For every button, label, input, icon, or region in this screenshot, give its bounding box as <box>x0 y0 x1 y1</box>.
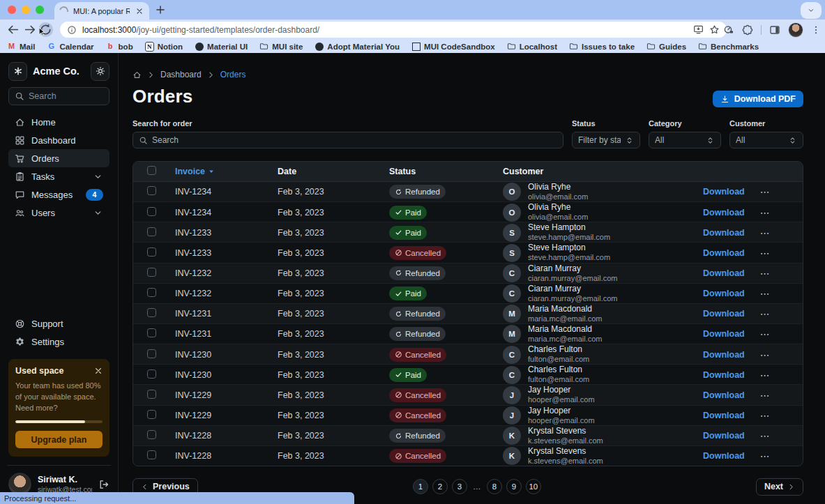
bookmark-item[interactable]: M Mail <box>7 42 35 51</box>
download-link[interactable]: Download <box>703 309 745 319</box>
install-app-icon[interactable] <box>693 24 704 35</box>
row-menu-button[interactable]: ⋯ <box>760 329 771 339</box>
row-checkbox[interactable] <box>147 288 156 297</box>
download-link[interactable]: Download <box>703 268 745 278</box>
page-button-3[interactable]: 3 <box>452 479 467 494</box>
row-menu-button[interactable]: ⋯ <box>760 411 771 420</box>
profile-avatar[interactable] <box>788 22 803 38</box>
next-page-button[interactable]: Next <box>756 478 803 496</box>
row-checkbox[interactable] <box>147 207 156 216</box>
minimize-window-button[interactable] <box>22 6 30 14</box>
bookmark-item[interactable]: Issues to take <box>569 42 635 51</box>
bookmark-item[interactable]: MUI site <box>259 42 303 51</box>
sidebar-item-messages[interactable]: Messages 4 <box>8 185 109 204</box>
bookmark-item[interactable]: G Calendar <box>47 42 93 51</box>
row-checkbox[interactable] <box>147 247 156 257</box>
row-menu-button[interactable]: ⋯ <box>760 451 771 461</box>
row-checkbox[interactable] <box>147 349 156 358</box>
bookmark-item[interactable]: Material UI <box>195 42 248 51</box>
download-link[interactable]: Download <box>703 329 745 339</box>
row-menu-button[interactable]: ⋯ <box>760 208 771 217</box>
row-checkbox[interactable] <box>147 328 156 337</box>
bookmark-item[interactable]: Benchmarks <box>698 42 759 51</box>
order-search-input[interactable]: Search <box>133 132 563 148</box>
download-link[interactable]: Download <box>703 289 745 298</box>
select-all-checkbox[interactable] <box>147 166 156 175</box>
theme-toggle-button[interactable] <box>91 62 109 81</box>
sidebar-item-settings[interactable]: Settings <box>8 333 109 351</box>
row-menu-button[interactable]: ⋯ <box>760 289 771 298</box>
bookmark-item[interactable]: b bob <box>106 42 133 51</box>
customer-select[interactable]: All <box>729 132 803 148</box>
new-tab-button[interactable] <box>154 3 167 16</box>
breadcrumb-dashboard[interactable]: Dashboard <box>160 70 202 79</box>
download-link[interactable]: Download <box>703 228 745 238</box>
download-link[interactable]: Download <box>703 248 745 258</box>
close-icon[interactable] <box>94 367 103 375</box>
site-info-icon[interactable] <box>67 25 77 35</box>
sidebar-item-dashboard[interactable]: Dashboard <box>8 131 109 149</box>
page-button-1[interactable]: 1 <box>413 479 428 494</box>
row-menu-button[interactable]: ⋯ <box>760 248 771 258</box>
back-button[interactable] <box>6 22 20 37</box>
bookmark-item[interactable]: Guides <box>646 42 686 51</box>
row-checkbox[interactable] <box>147 308 156 317</box>
bookmark-item[interactable]: Adopt Material You <box>315 42 400 51</box>
row-menu-button[interactable]: ⋯ <box>760 309 771 319</box>
download-link[interactable]: Download <box>703 411 745 420</box>
sidebar-item-home[interactable]: Home <box>8 113 109 131</box>
bookmark-star-icon[interactable] <box>709 24 720 35</box>
site-permissions-icon[interactable] <box>723 24 734 36</box>
bookmark-item[interactable]: N Notion <box>145 42 183 51</box>
download-link[interactable]: Download <box>703 350 745 360</box>
download-link[interactable]: Download <box>703 187 745 197</box>
row-menu-button[interactable]: ⋯ <box>760 431 771 441</box>
page-button-2[interactable]: 2 <box>432 479 448 494</box>
row-checkbox[interactable] <box>147 268 156 277</box>
forward-button[interactable] <box>23 22 38 37</box>
tab-close-icon[interactable] <box>135 6 144 16</box>
sidebar-item-orders[interactable]: Orders <box>8 149 109 167</box>
brand-logo-button[interactable] <box>8 62 27 81</box>
maximize-window-button[interactable] <box>36 6 44 14</box>
browser-menu-icon[interactable] <box>811 25 821 35</box>
sidebar-item-users[interactable]: Users <box>8 204 109 222</box>
row-menu-button[interactable]: ⋯ <box>760 187 771 197</box>
row-checkbox[interactable] <box>147 369 156 379</box>
page-button-8[interactable]: 8 <box>487 479 502 494</box>
home-icon[interactable] <box>133 70 142 79</box>
row-menu-button[interactable]: ⋯ <box>760 370 771 380</box>
sidebar-search-input[interactable]: Search <box>8 87 109 105</box>
extensions-icon[interactable] <box>742 24 753 36</box>
upgrade-plan-button[interactable]: Upgrade plan <box>15 431 103 448</box>
logout-icon[interactable] <box>98 479 109 490</box>
close-window-button[interactable] <box>8 6 16 14</box>
row-menu-button[interactable]: ⋯ <box>760 390 771 400</box>
invoice-column-header[interactable]: Invoice <box>167 167 269 176</box>
tab-search-button[interactable] <box>801 2 822 19</box>
download-link[interactable]: Download <box>703 208 745 217</box>
download-pdf-button[interactable]: Download PDF <box>713 91 803 107</box>
row-menu-button[interactable]: ⋯ <box>760 268 771 278</box>
row-checkbox[interactable] <box>147 450 156 459</box>
download-link[interactable]: Download <box>703 431 745 441</box>
status-select[interactable]: Filter by status <box>572 132 640 148</box>
row-checkbox[interactable] <box>147 430 156 439</box>
row-checkbox[interactable] <box>147 410 156 419</box>
address-bar[interactable]: localhost:3000/joy-ui/getting-started/te… <box>60 22 727 38</box>
sidebar-item-tasks[interactable]: Tasks <box>8 167 109 185</box>
row-checkbox[interactable] <box>147 186 156 195</box>
bookmark-item[interactable]: MUI CodeSandbox <box>411 42 495 51</box>
side-panel-icon[interactable] <box>769 24 780 36</box>
category-select[interactable]: All <box>649 132 721 148</box>
download-link[interactable]: Download <box>703 370 745 380</box>
page-button-9[interactable]: 9 <box>506 479 522 494</box>
row-menu-button[interactable]: ⋯ <box>760 228 771 238</box>
row-checkbox[interactable] <box>147 390 156 399</box>
page-button-10[interactable]: 10 <box>526 479 541 494</box>
row-menu-button[interactable]: ⋯ <box>760 350 771 360</box>
row-checkbox[interactable] <box>147 227 156 236</box>
download-link[interactable]: Download <box>703 451 745 461</box>
browser-tab[interactable]: MUI: A popular React UI fram <box>54 2 149 20</box>
download-link[interactable]: Download <box>703 390 745 400</box>
